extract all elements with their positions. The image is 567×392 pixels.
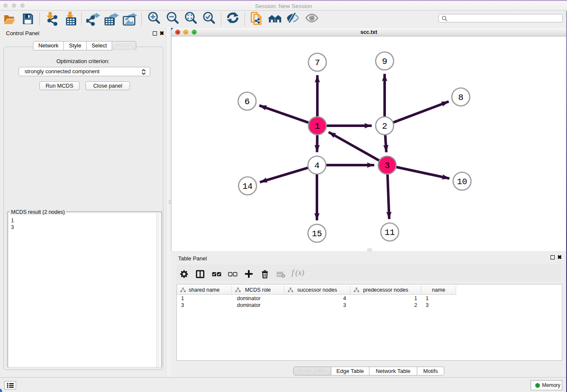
svg-text:14: 14 [242,182,253,191]
svg-text:15: 15 [312,229,322,239]
svg-text:9: 9 [382,57,388,66]
svg-text:4: 4 [314,161,320,171]
svg-text:3: 3 [385,161,390,171]
svg-text:1: 1 [315,121,320,131]
svg-text:8: 8 [458,93,464,102]
svg-text:2: 2 [382,121,388,131]
svg-text:10: 10 [457,177,467,187]
svg-text:11: 11 [385,228,395,237]
svg-text:7: 7 [315,58,320,68]
svg-text:6: 6 [245,97,250,107]
